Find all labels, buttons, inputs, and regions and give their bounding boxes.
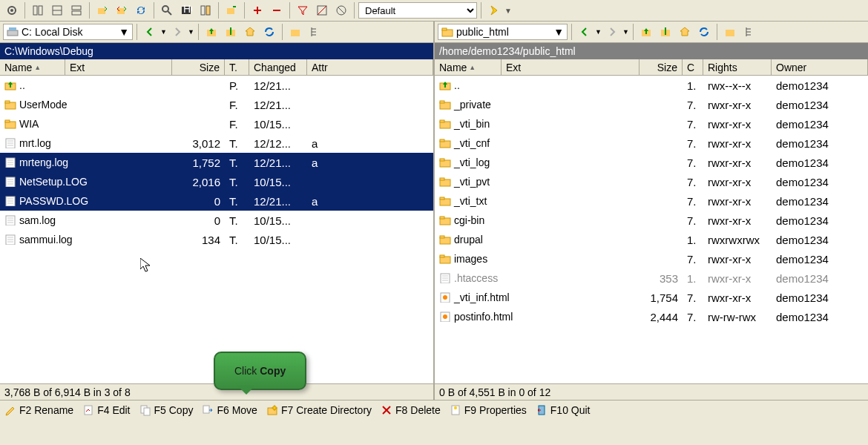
back-icon[interactable] [141, 23, 159, 41]
panel-toggle-2-icon[interactable] [48, 1, 66, 19]
filter-select[interactable]: Default [358, 2, 477, 19]
fkey-properties[interactable]: F9 Properties [450, 404, 527, 416]
tree-icon[interactable] [740, 23, 758, 41]
file-row[interactable]: _vti_txt7.rwxr-xr-xdemo1234 [435, 191, 868, 211]
home-folder-icon[interactable] [241, 23, 259, 41]
file-icon [4, 137, 18, 149]
tree-icon[interactable] [306, 23, 323, 41]
file-row[interactable]: ..1.rwx--x--xdemo1234 [435, 76, 868, 95]
file-row[interactable]: mrt.log3,012T.12/12...a [0, 134, 433, 153]
file-size: 2,016 [172, 174, 225, 191]
file-c: 7. [683, 154, 703, 171]
queue-icon[interactable] [223, 1, 240, 19]
svg-rect-16 [227, 8, 234, 14]
invert-icon[interactable] [313, 1, 331, 19]
bookmark-icon[interactable] [721, 23, 739, 41]
panel-toggle-1-icon[interactable] [29, 1, 47, 19]
fkey-delete[interactable]: F8 Delete [381, 404, 441, 416]
header-type[interactable]: T. [225, 59, 249, 75]
file-row[interactable]: NetSetup.LOG2,016T.10/15... [0, 172, 433, 191]
header-c[interactable]: C [683, 59, 703, 75]
file-row[interactable]: PASSWD.LOG0T.12/21...a [0, 191, 433, 211]
header-changed[interactable]: Changed [249, 59, 307, 75]
clear-icon[interactable] [332, 1, 350, 19]
compare-folder-icon[interactable] [113, 1, 131, 19]
back-icon[interactable] [576, 23, 594, 41]
file-row[interactable]: WIAF.10/15... [0, 114, 433, 134]
fkey-move[interactable]: F6 Move [202, 404, 257, 416]
header-owner[interactable]: Owner [772, 59, 868, 75]
header-size[interactable]: Size [640, 59, 683, 75]
home-folder-icon[interactable] [676, 23, 694, 41]
svg-rect-25 [7, 30, 18, 36]
left-file-list[interactable]: ..P.12/21...UserModeF.12/21...WIAF.10/15… [0, 76, 433, 383]
header-attr[interactable]: Attr [307, 59, 433, 75]
svg-rect-2 [33, 6, 37, 15]
forward-icon[interactable] [603, 23, 621, 41]
file-name: _vti_inf.html [454, 291, 510, 303]
right-path-bar[interactable]: /home/demo1234/public_html [435, 43, 868, 59]
file-row[interactable]: _private7.rwxr-xr-xdemo1234 [435, 95, 868, 114]
find-icon[interactable] [158, 1, 176, 19]
file-row[interactable]: sammui.log134T.10/15... [0, 230, 433, 249]
file-size: 3,012 [172, 135, 225, 152]
file-row[interactable]: _vti_bin7.rwxr-xr-xdemo1234 [435, 114, 868, 134]
file-row[interactable]: _vti_pvt7.rwxr-xr-xdemo1234 [435, 172, 868, 191]
fkey-rename[interactable]: F2 Rename [4, 404, 73, 416]
fkey-quit[interactable]: F10 Quit [536, 404, 591, 416]
left-path-bar[interactable]: C:\Windows\Debug [0, 43, 433, 59]
header-name[interactable]: Name▲ [435, 59, 502, 75]
root-folder-icon[interactable] [657, 23, 674, 41]
file-icon [4, 195, 18, 207]
header-rights[interactable]: Rights [703, 59, 772, 75]
header-size[interactable]: Size [172, 59, 225, 75]
file-name: _vti_txt [454, 195, 487, 207]
file-row[interactable]: mrteng.log1,752T.12/21...a [0, 153, 433, 172]
up-folder-icon[interactable] [637, 23, 655, 41]
file-row[interactable]: drupal1.rwxrwxrwxdemo1234 [435, 230, 868, 249]
dropdown-arrow-icon[interactable]: ▼ [504, 7, 512, 15]
svg-text:HOM: HOM [183, 4, 192, 15]
file-row[interactable]: cgi-bin7.rwxr-xr-xdemo1234 [435, 211, 868, 230]
fkey-copy[interactable]: F5 Copy [139, 404, 194, 416]
fkey-edit[interactable]: F4 Edit [82, 404, 130, 416]
refresh-icon[interactable] [132, 1, 150, 19]
right-file-list[interactable]: ..1.rwx--x--xdemo1234_private7.rwxr-xr-x… [435, 76, 868, 383]
file-size [640, 141, 683, 145]
sync-folder-icon[interactable] [93, 1, 111, 19]
root-folder-icon[interactable] [222, 23, 240, 41]
left-drive-select[interactable]: C: Local Disk ▼ [3, 24, 133, 40]
forward-icon[interactable] [168, 23, 186, 41]
header-ext[interactable]: Ext [502, 59, 640, 75]
gear-icon[interactable] [3, 1, 21, 19]
file-row[interactable]: _vti_inf.html1,7547.rwxr-xr-xdemo1234 [435, 288, 868, 307]
file-row[interactable]: _vti_cnf7.rwxr-xr-xdemo1234 [435, 134, 868, 153]
rename-icon [4, 404, 16, 416]
file-changed: 12/21... [249, 193, 307, 210]
file-row[interactable]: UserModeF.12/21... [0, 95, 433, 114]
header-ext[interactable]: Ext [65, 59, 172, 75]
remove-red-icon[interactable] [268, 1, 286, 19]
file-row[interactable]: postinfo.html2,4447.rw-rw-rwxdemo1234 [435, 307, 868, 326]
file-row[interactable]: ..P.12/21... [0, 76, 433, 95]
svg-rect-84 [440, 178, 444, 180]
file-row[interactable]: _vti_log7.rwxr-xr-xdemo1234 [435, 153, 868, 172]
file-rights: rwxr-xr-x [703, 289, 772, 306]
file-row[interactable]: images7.rwxr-xr-xdemo1234 [435, 249, 868, 268]
refresh-folder-icon[interactable] [260, 23, 278, 41]
fkey-create-directory[interactable]: F7 Create Directory [266, 404, 372, 416]
execute-icon[interactable] [485, 1, 503, 19]
refresh-folder-icon[interactable] [695, 23, 713, 41]
sync-icon[interactable] [197, 1, 214, 19]
svg-line-24 [338, 7, 344, 13]
right-drive-select[interactable]: public_html ▼ [438, 24, 568, 40]
bookmark-icon[interactable] [286, 23, 304, 41]
file-row[interactable]: .htaccess3531.rwxr-xr-xdemo1234 [435, 268, 868, 288]
header-name[interactable]: Name▲ [0, 59, 65, 75]
add-red-icon[interactable] [249, 1, 266, 19]
terminal-icon[interactable]: HOM [177, 1, 195, 19]
file-row[interactable]: sam.log0T.10/15... [0, 211, 433, 230]
up-folder-icon[interactable] [203, 23, 220, 41]
filter-icon[interactable] [294, 1, 312, 19]
panel-toggle-3-icon[interactable] [68, 1, 85, 19]
